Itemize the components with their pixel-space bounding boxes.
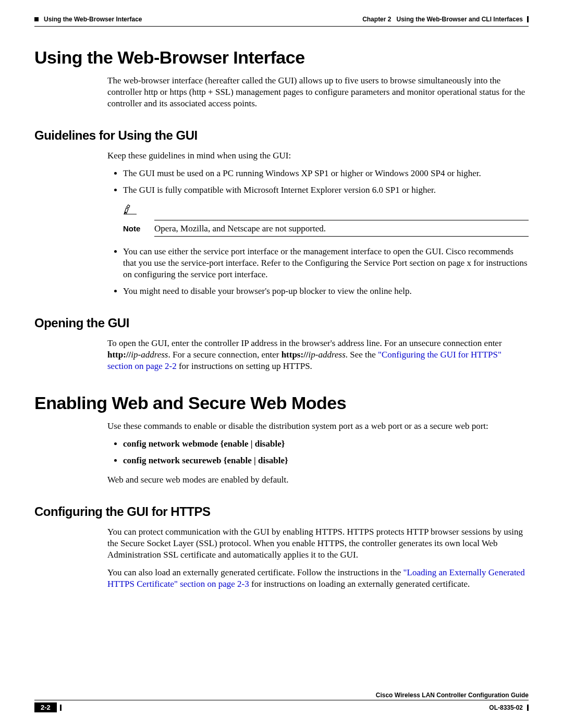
opening-paragraph: To open the GUI, enter the controller IP… bbox=[107, 338, 529, 372]
guideline-item: The GUI is fully compatible with Microso… bbox=[123, 184, 529, 196]
heading-enabling-web-modes: Enabling Web and Secure Web Modes bbox=[34, 393, 529, 413]
page-footer: Cisco Wireless LAN Controller Configurat… bbox=[34, 692, 529, 712]
heading-guidelines: Guidelines for Using the GUI bbox=[34, 128, 529, 143]
note-pencil-icon bbox=[123, 207, 138, 217]
heading-opening-gui: Opening the GUI bbox=[34, 316, 529, 330]
guideline-item: The GUI must be used on a PC running Win… bbox=[123, 168, 529, 179]
guidelines-intro: Keep these guidelines in mind when using… bbox=[107, 150, 529, 162]
page-number: 2-2 bbox=[34, 702, 57, 712]
footer-bar-icon bbox=[527, 705, 529, 711]
header-section-title: Using the Web-Browser Interface bbox=[44, 16, 142, 23]
enabling-end: Web and secure web modes are enabled by … bbox=[107, 474, 529, 486]
header-chapter-title: Using the Web-Browser and CLI Interfaces bbox=[397, 16, 523, 23]
note-block: Note Opera, Mozilla, and Netscape are no… bbox=[123, 204, 529, 237]
intro-paragraph: The web-browser interface (hereafter cal… bbox=[107, 75, 529, 109]
heading-using-web-browser: Using the Web-Browser Interface bbox=[34, 47, 529, 68]
command-item: config network secureweb {enable | disab… bbox=[123, 455, 529, 466]
page-header: Using the Web-Browser Interface Chapter … bbox=[34, 16, 529, 23]
header-rule bbox=[34, 26, 529, 27]
guideline-item: You can use either the service port inte… bbox=[123, 246, 529, 280]
command-item: config network webmode {enable | disable… bbox=[123, 438, 529, 450]
footer-guide-title: Cisco Wireless LAN Controller Configurat… bbox=[34, 692, 529, 699]
footer-bar-icon bbox=[60, 705, 62, 711]
guideline-item: You might need to disable your browser's… bbox=[123, 286, 529, 297]
footer-doc-id: OL-8335-02 bbox=[489, 704, 523, 711]
heading-configuring-https: Configuring the GUI for HTTPS bbox=[34, 504, 529, 519]
note-text: Opera, Mozilla, and Netscape are not sup… bbox=[154, 224, 529, 234]
header-bar-icon bbox=[527, 16, 529, 22]
https-paragraph-2: You can also load an externally generate… bbox=[107, 567, 529, 590]
enabling-intro: Use these commands to enable or disable … bbox=[107, 421, 529, 432]
header-chapter-label: Chapter 2 bbox=[362, 16, 391, 23]
header-square-icon bbox=[34, 17, 39, 21]
https-paragraph-1: You can protect communication with the G… bbox=[107, 526, 529, 561]
note-label: Note bbox=[123, 224, 154, 233]
